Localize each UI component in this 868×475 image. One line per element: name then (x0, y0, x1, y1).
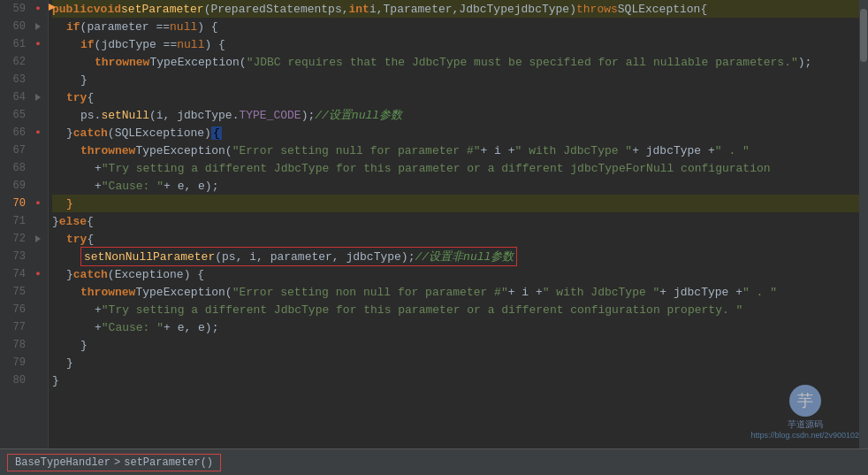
fold-icon-74[interactable]: ● (31, 270, 45, 279)
code-line-60: if (parameter == null) { (52, 18, 859, 35)
gutter-row-66: 66 ● (0, 124, 48, 142)
gutter-row-68: 68 (0, 159, 48, 177)
gutter-row-62: 62 (0, 53, 48, 71)
line-num-74: 74 (0, 268, 31, 280)
code-line-63: } (52, 71, 859, 88)
svg-marker-1 (35, 94, 41, 101)
code-line-74: } catch (Exception e) { (52, 265, 859, 283)
gutter-row-73: 73 (0, 248, 48, 265)
code-line-71: } else { (52, 212, 859, 230)
line-num-68: 68 (0, 162, 31, 174)
code-line-62: throw new TypeException("JDBC requires t… (52, 53, 859, 71)
line-num-65: 65 (0, 109, 31, 121)
breadcrumb-separator: > (114, 456, 120, 469)
line-num-60: 60 (0, 20, 31, 33)
gutter-row-77: 77 (0, 318, 48, 336)
code-line-73: setNonNullParameter(ps, i, parameter, jd… (52, 248, 859, 265)
watermark-text: 芋道源码 (788, 418, 823, 431)
line-num-77: 77 (0, 321, 31, 333)
line-num-64: 64 (0, 91, 31, 103)
line-num-66: 66 (0, 126, 31, 139)
code-line-68: + "Try setting a different JdbcType for … (52, 159, 859, 177)
breadcrumb-container: BaseTypeHandler > setParameter() (7, 454, 221, 471)
breadcrumb-class: BaseTypeHandler (15, 456, 110, 469)
code-editor: 59 ● 60 61 ● 62 (0, 0, 868, 475)
line-num-80: 80 (0, 374, 31, 387)
code-line-65: ps.setNull(i, jdbcType.TYPE_CODE);//设置nu… (52, 106, 859, 124)
fold-icon-60[interactable] (31, 21, 45, 32)
code-line-70: } (52, 195, 859, 212)
code-line-79: } (52, 354, 859, 372)
fold-icon-66[interactable]: ● (31, 128, 45, 137)
fold-icon-64[interactable] (31, 92, 45, 103)
gutter-row-79: 79 (0, 354, 48, 372)
code-line-78: } (52, 336, 859, 354)
gutter-row-60: 60 (0, 18, 48, 35)
svg-marker-3 (49, 4, 56, 11)
code-line-75: throw new TypeException("Error setting n… (52, 283, 859, 301)
fold-icon-59[interactable]: ● (31, 4, 45, 13)
line-num-70: 70 (0, 197, 31, 210)
gutter-row-76: 76 (0, 301, 48, 318)
code-line-72: try { (52, 230, 859, 248)
line-num-76: 76 (0, 303, 31, 316)
code-line-64: try { (52, 88, 859, 106)
watermark-icon: 芋 (797, 390, 813, 411)
line-num-63: 63 (0, 73, 31, 86)
gutter-row-72: 72 (0, 230, 48, 248)
gutter-row-67: 67 (0, 142, 48, 159)
gutter-row-80: 80 (0, 372, 48, 389)
line-num-73: 73 (0, 250, 31, 263)
watermark-logo: 芋 (789, 385, 821, 417)
gutter-row-59: 59 ● (0, 0, 48, 18)
breadcrumb-method: setParameter() (124, 456, 213, 469)
svg-marker-2 (35, 235, 41, 242)
line-num-61: 61 (0, 38, 31, 50)
gutter-row-74: 74 ● (0, 265, 48, 283)
code-line-77: + "Cause: " + e, e); (52, 318, 859, 336)
gutter-row-71: 71 (0, 212, 48, 230)
gutter-row-61: 61 ● (0, 35, 48, 53)
line-num-79: 79 (0, 356, 31, 369)
gutter-row-70: 70 ● (0, 195, 48, 212)
gutter-row-64: 64 (0, 88, 48, 106)
svg-marker-0 (35, 23, 41, 30)
scrollbar-thumb[interactable] (860, 9, 867, 62)
line-num-75: 75 (0, 286, 31, 298)
line-num-78: 78 (0, 339, 31, 351)
gutter-row-75: 75 (0, 283, 48, 301)
code-line-69: + "Cause: " + e, e); (52, 177, 859, 195)
code-line-80: } (52, 372, 859, 389)
code-line-67: throw new TypeException("Error setting n… (52, 142, 859, 159)
code-line-59: public void setParameter(PreparedStateme… (52, 0, 859, 18)
line-num-72: 72 (0, 233, 31, 245)
gutter-row-63: 63 (0, 71, 48, 88)
gutter-row-78: 78 (0, 336, 48, 354)
line-num-67: 67 (0, 144, 31, 157)
fold-icon-70[interactable]: ● (31, 199, 45, 208)
line-number-gutter: 59 ● 60 61 ● 62 (0, 0, 49, 448)
code-line-76: + "Try setting a different JdbcType for … (52, 301, 859, 318)
bottom-bar: BaseTypeHandler > setParameter() (0, 448, 868, 475)
fold-icon-72[interactable] (31, 234, 45, 244)
code-line-66: } catch (SQLException e) { (52, 124, 859, 142)
vertical-scrollbar[interactable] (859, 0, 868, 448)
code-content[interactable]: public void setParameter(PreparedStateme… (49, 0, 859, 448)
fold-icon-61[interactable]: ● (31, 40, 45, 49)
line-num-62: 62 (0, 56, 31, 68)
watermark-url: https://blog.csdn.net/2v900102 (750, 431, 859, 440)
watermark: 芋 芋道源码 https://blog.csdn.net/2v900102 (750, 385, 859, 440)
gutter-row-69: 69 (0, 177, 48, 195)
line-num-71: 71 (0, 215, 31, 227)
line-num-59: 59 (0, 3, 31, 15)
code-line-61: if (jdbcType == null) { (52, 35, 859, 53)
code-area: 59 ● 60 61 ● 62 (0, 0, 868, 448)
gutter-row-65: 65 (0, 106, 48, 124)
line-num-69: 69 (0, 180, 31, 192)
